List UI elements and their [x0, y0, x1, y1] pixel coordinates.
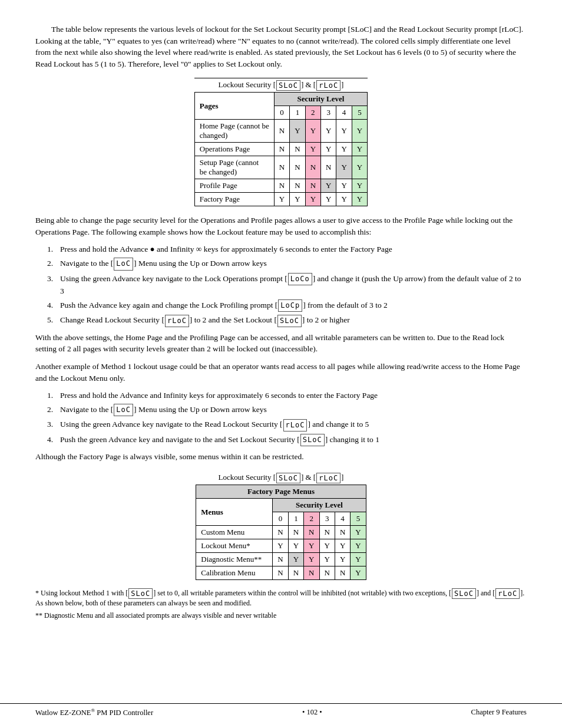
table2-menus-header: Menus [196, 499, 273, 526]
table-row: Factory Page Y Y Y Y Y Y [194, 193, 367, 206]
list-item: 4. Push the Advance key again and change… [47, 299, 527, 312]
intro-paragraph: The table below represents the various l… [35, 24, 527, 70]
footer-left: Watlow EZ-ZONE® PM PID Controller [35, 707, 153, 717]
footnote2: ** Diagnostic Menu and all associated pr… [35, 611, 527, 620]
table1-security-level-header: Security Level [274, 93, 367, 106]
footer-right: Chapter 9 Features [471, 708, 527, 717]
list-item: 3. Using the green Advance key navigate … [47, 419, 527, 431]
list-item: 1. Press and hold the Advance and Infini… [47, 390, 527, 401]
table-row: Lockout Menu* Y Y Y Y Y Y [196, 539, 366, 553]
table1-pages-header: Pages [194, 93, 274, 120]
table-row: Profile Page N N N Y Y Y [194, 179, 367, 193]
table-row: Home Page (cannot bechanged) N Y Y Y Y Y [194, 120, 367, 143]
table1: Lockout Security [SLoC] & [rLoC] Pages S… [194, 78, 368, 206]
table1-wrapper: Lockout Security [SLoC] & [rLoC] Pages S… [35, 78, 527, 206]
footnote-section: * Using lockout Method 1 with [SLoC] set… [35, 588, 527, 620]
para4: Although the Factory Page is always visi… [35, 451, 527, 463]
page: The table below represents the various l… [0, 0, 562, 728]
list-item: 4. Push the green Advance key and naviga… [47, 434, 527, 447]
steps1-list: 1. Press and hold the Advance ● and Infi… [35, 243, 527, 327]
footnote1: * Using lockout Method 1 with [SLoC] set… [35, 588, 527, 608]
list-item: 2. Navigate to the [LoC] Menu using the … [47, 258, 527, 271]
steps2-list: 1. Press and hold the Advance and Infini… [35, 390, 527, 446]
table2-security-level-header: Security Level [273, 499, 366, 512]
para3: Another example of Method 1 lockout usag… [35, 361, 527, 384]
table2: Lockout Security [SLoC] & [rLoC] Factory… [196, 471, 366, 580]
para2: With the above settings, the Home Page a… [35, 332, 527, 355]
list-item: 1. Press and hold the Advance ● and Infi… [47, 243, 527, 255]
footer: Watlow EZ-ZONE® PM PID Controller • 102 … [0, 703, 562, 717]
table-row: Custom Menu N N N N N Y [196, 526, 366, 539]
list-item: 2. Navigate to the [LoC] Menu using the … [47, 404, 527, 417]
table-row: Diagnostic Menu** N Y Y Y Y Y [196, 553, 366, 566]
footer-center: • 102 • [302, 708, 322, 717]
para1: Being able to change the page security l… [35, 215, 527, 238]
table-row: Operations Page N N Y Y Y Y [194, 143, 367, 156]
table-row: Calibration Menu N N N N N Y [196, 566, 366, 580]
table2-wrapper: Lockout Security [SLoC] & [rLoC] Factory… [35, 471, 527, 580]
list-item: 3. Using the green Advance key navigate … [47, 273, 527, 297]
list-item: 5. Change Read Lockout Security [rLoC] t… [47, 314, 527, 327]
table-row: Setup Page (cannotbe changed) N N N N Y … [194, 156, 367, 179]
